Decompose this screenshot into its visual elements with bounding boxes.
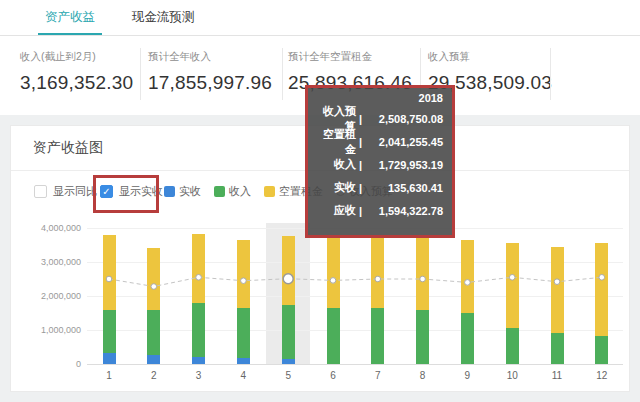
tooltip-row: 应收|1,594,322.78 <box>316 199 443 222</box>
tab-cashflow-forecast[interactable]: 现金流预测 <box>128 0 198 35</box>
dashboard-screen: 资产收益 现金流预测 收入(截止到2月) 3,169,352.30 预计全年收入… <box>0 0 640 402</box>
checkbox-show-yoy[interactable]: 显示同比 <box>34 184 97 199</box>
checkbox-label: 显示同比 <box>53 184 97 199</box>
legend-swatch-yellow <box>264 186 275 197</box>
checkbox-show-actual[interactable]: ✓ 显示实收 <box>100 184 163 199</box>
metric-value: 3,169,352.30 <box>20 72 133 94</box>
tooltip-rows: 收入预算|2,508,750.08空置租金|2,041,255.45收入|1,7… <box>316 107 443 222</box>
tooltip-row: 空置租金|2,041,255.45 <box>316 130 443 153</box>
checkbox-label: 显示实收 <box>119 184 163 199</box>
metric-divider <box>550 48 551 100</box>
budget-point-month-12[interactable] <box>599 275 605 281</box>
checkbox-unchecked-icon[interactable] <box>34 185 47 198</box>
budget-point-month-6[interactable] <box>330 278 336 284</box>
chart-tooltip: 2018 收入预算|2,508,750.08空置租金|2,041,255.45收… <box>305 85 455 238</box>
metric-label: 收入预算 <box>428 50 552 64</box>
budget-point-month-5[interactable] <box>283 274 293 284</box>
budget-point-month-8[interactable] <box>420 276 426 282</box>
budget-dashed-line <box>109 277 602 286</box>
metric-label: 收入(截止到2月) <box>20 50 133 64</box>
top-tab-bar: 资产收益 现金流预测 <box>0 0 640 36</box>
check-icon[interactable]: ✓ <box>100 185 113 198</box>
metric-divider <box>140 48 141 100</box>
metric-income-to-date: 收入(截止到2月) 3,169,352.30 <box>20 50 133 94</box>
metric-label: 预计全年空置租金 <box>288 50 412 64</box>
metric-label: 预计全年收入 <box>148 50 272 64</box>
budget-point-month-4[interactable] <box>241 278 247 284</box>
tooltip-row: 实收|135,630.41 <box>316 176 443 199</box>
tooltip-row: 收入|1,729,953.19 <box>316 153 443 176</box>
chart-title: 资产收益图 <box>33 139 103 157</box>
legend-item-income[interactable]: 收入 <box>214 184 251 199</box>
legend-swatch-green <box>214 186 225 197</box>
budget-point-month-2[interactable] <box>151 284 157 290</box>
metric-annual-income-forecast: 预计全年收入 17,855,997.96 <box>148 50 272 94</box>
tab-asset-income[interactable]: 资产收益 <box>38 0 102 35</box>
legend-item-actual[interactable]: 实收 <box>164 184 201 199</box>
budget-point-month-3[interactable] <box>196 275 202 281</box>
budget-point-month-1[interactable] <box>106 276 112 282</box>
tab-cashflow-forecast-label: 现金流预测 <box>132 10 195 24</box>
metric-divider <box>282 48 283 100</box>
budget-point-month-11[interactable] <box>554 279 560 285</box>
budget-point-month-7[interactable] <box>375 276 381 282</box>
tooltip-year: 2018 <box>316 92 443 104</box>
legend-label: 实收 <box>179 184 201 199</box>
tab-asset-income-label: 资产收益 <box>45 10 95 24</box>
metric-value: 17,855,997.96 <box>148 72 272 94</box>
legend-label: 收入 <box>229 184 251 199</box>
budget-point-month-10[interactable] <box>509 275 515 281</box>
legend-swatch-blue <box>164 186 175 197</box>
budget-point-month-9[interactable] <box>465 280 471 286</box>
